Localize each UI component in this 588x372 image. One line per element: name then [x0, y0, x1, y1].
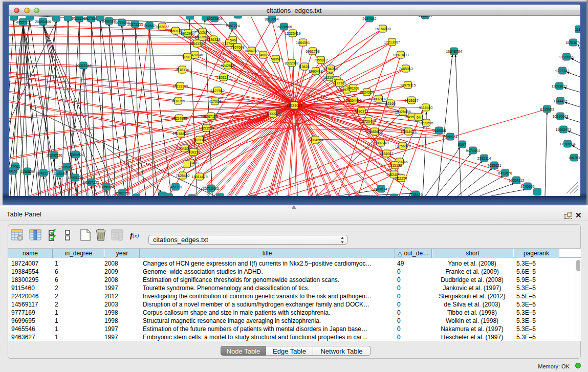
svg-text:2867608: 2867608 [230, 46, 244, 49]
svg-text:7986372: 7986372 [354, 110, 368, 113]
svg-text:13325419: 13325419 [285, 32, 300, 35]
svg-text:15692971: 15692971 [555, 128, 571, 132]
svg-text:12213967: 12213967 [384, 40, 400, 44]
svg-text:9463627: 9463627 [404, 99, 418, 102]
svg-text:8427552: 8427552 [210, 89, 224, 93]
svg-text:15751074: 15751074 [565, 41, 580, 45]
svg-text:20053346: 20053346 [75, 64, 91, 68]
svg-text:18724007: 18724007 [286, 104, 302, 107]
svg-text:1527602: 1527602 [84, 17, 98, 20]
svg-text:10654112: 10654112 [509, 179, 525, 182]
svg-text:9245652: 9245652 [520, 185, 534, 188]
svg-text:3824554: 3824554 [360, 91, 374, 94]
svg-text:19384554: 19384554 [307, 138, 323, 142]
svg-text:9777169: 9777169 [332, 81, 346, 85]
svg-text:8267110: 8267110 [204, 115, 218, 118]
svg-text:13626: 13626 [299, 65, 310, 69]
svg-text:10958107: 10958107 [98, 185, 114, 189]
svg-text:12923: 12923 [215, 195, 225, 196]
svg-text:7485063: 7485063 [399, 67, 412, 71]
svg-text:16136141: 16136141 [373, 187, 389, 191]
svg-text:16671355: 16671355 [127, 23, 143, 26]
svg-text:8215953: 8215953 [540, 107, 554, 111]
svg-text:19654985: 19654985 [171, 117, 187, 120]
svg-text:39159: 39159 [9, 169, 18, 173]
svg-text:16033809: 16033809 [206, 17, 222, 20]
svg-text:20691406: 20691406 [35, 20, 51, 24]
svg-text:5498222: 5498222 [186, 150, 200, 154]
svg-text:8912954: 8912954 [181, 32, 194, 35]
svg-text:7955812: 7955812 [314, 58, 328, 62]
svg-text:(x): (x) [133, 232, 139, 239]
svg-text:8454749: 8454749 [245, 49, 258, 53]
svg-text:2718176: 2718176 [175, 68, 189, 72]
svg-text:252254: 252254 [395, 177, 407, 180]
svg-text:2803144: 2803144 [216, 76, 230, 79]
svg-text:12213389: 12213389 [172, 84, 188, 88]
svg-text:6961758: 6961758 [306, 50, 319, 53]
svg-text:19166829: 19166829 [172, 132, 188, 136]
svg-text:12975115: 12975115 [400, 83, 416, 87]
svg-text:8471676: 8471676 [498, 171, 512, 175]
svg-text:19218506: 19218506 [276, 25, 292, 29]
svg-text:2687682: 2687682 [362, 17, 376, 20]
svg-text:10973493: 10973493 [393, 53, 408, 57]
svg-text:9197: 9197 [458, 143, 466, 146]
svg-text:1156829: 1156829 [20, 170, 34, 173]
svg-text:9474444: 9474444 [466, 149, 480, 152]
svg-text:9227342: 9227342 [555, 69, 569, 73]
svg-text:17357225: 17357225 [83, 181, 99, 184]
svg-text:4055721: 4055721 [16, 20, 30, 24]
svg-text:2942737: 2942737 [36, 171, 50, 175]
svg-text:8186328: 8186328 [206, 38, 220, 41]
svg-text:9242848: 9242848 [221, 64, 234, 68]
svg-text:16210643: 16210643 [552, 115, 568, 118]
svg-text:1010755: 1010755 [171, 99, 185, 103]
svg-text:19654923: 19654923 [400, 130, 416, 134]
svg-text:15720407: 15720407 [360, 120, 376, 123]
svg-text:751552: 751552 [143, 24, 155, 28]
svg-text:7357224: 7357224 [226, 24, 239, 28]
svg-text:9699695: 9699695 [419, 121, 433, 125]
svg-text:11353594: 11353594 [199, 126, 214, 130]
svg-text:1615132: 1615132 [388, 164, 402, 167]
svg-text:417004: 417004 [209, 100, 221, 103]
svg-text:9884067: 9884067 [379, 152, 393, 156]
svg-text:1117: 1117 [575, 28, 580, 31]
svg-text:8958924: 8958924 [443, 135, 457, 139]
svg-text:1588520: 1588520 [269, 57, 282, 61]
svg-text:8878342: 8878342 [192, 138, 206, 142]
svg-text:9975867: 9975867 [59, 165, 73, 169]
svg-text:8813054: 8813054 [265, 17, 278, 21]
svg-text:9457791: 9457791 [168, 185, 182, 189]
svg-text:16782759: 16782759 [114, 191, 130, 195]
svg-text:62160: 62160 [385, 102, 396, 105]
svg-text:546: 546 [230, 38, 236, 42]
svg-text:10543382: 10543382 [189, 42, 205, 46]
svg-text:17359924: 17359924 [68, 153, 83, 157]
svg-text:19756928: 19756928 [395, 144, 410, 148]
svg-text:17016504: 17016504 [559, 142, 575, 146]
svg-text:116753: 116753 [569, 156, 580, 160]
svg-text:9115460: 9115460 [419, 106, 433, 110]
svg-text:10807487: 10807487 [371, 97, 386, 101]
svg-text:15300275: 15300275 [265, 112, 280, 116]
svg-text:10025488: 10025488 [395, 110, 410, 114]
svg-text:12905135: 12905135 [67, 176, 83, 180]
svg-text:12923446: 12923446 [128, 196, 144, 196]
svg-text:15716485: 15716485 [203, 187, 219, 190]
svg-text:16648784: 16648784 [446, 50, 462, 53]
svg-text:20364456: 20364456 [345, 99, 361, 102]
svg-text:8990448: 8990448 [309, 70, 322, 73]
svg-text:1145194: 1145194 [53, 172, 67, 176]
svg-text:13226058: 13226058 [194, 30, 210, 34]
svg-text:18807249: 18807249 [373, 141, 388, 145]
svg-text:1664091: 1664091 [296, 41, 310, 45]
svg-text:8113044: 8113044 [419, 16, 432, 17]
svg-text:04: 04 [417, 116, 421, 119]
svg-text:16914479: 16914479 [191, 175, 207, 179]
svg-text:7632621: 7632621 [487, 164, 501, 167]
svg-text:8322037: 8322037 [285, 61, 298, 65]
svg-text:746266: 746266 [347, 86, 359, 90]
svg-text:12093822: 12093822 [551, 84, 567, 88]
